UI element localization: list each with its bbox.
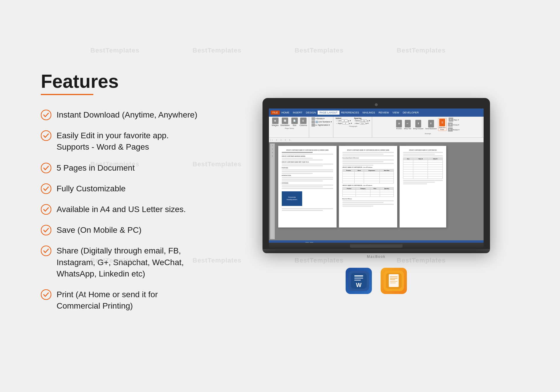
position-button[interactable]: ⊞ Position: [396, 120, 402, 130]
send-backward-button[interactable]: ⬇ Send Backward: [425, 120, 437, 130]
svg-text:W: W: [356, 282, 362, 288]
size-label: Size: [293, 124, 297, 126]
ribbon-tab-file[interactable]: FILE: [271, 111, 280, 115]
ribbon-tab-design[interactable]: DESIGN: [304, 111, 318, 115]
svg-rect-22: [390, 278, 398, 279]
feature-text-7: Share (Digitally through email, FB, Inst…: [57, 245, 184, 279]
check-icon-7: [41, 246, 51, 256]
ribbon-tab-references[interactable]: REFERENCES: [340, 111, 361, 115]
doc-page-2: SPECIFY CORPORATE NAME OF CORPORATION HE…: [339, 146, 397, 228]
orientation-button[interactable]: ⬜ Orientation: [280, 117, 290, 127]
feature-item-print: Print (At Home or send it for Commercial…: [41, 289, 204, 312]
orientation-label: Orientation: [280, 124, 290, 126]
svg-point-5: [41, 225, 51, 235]
columns-button[interactable]: ▥ Columns: [299, 117, 308, 127]
app-icons-row: W: [346, 268, 407, 294]
feature-text-8: Print (At Home or send it for Commercial…: [57, 289, 158, 312]
svg-point-4: [41, 204, 51, 214]
doc-page-3: SPECIFY CORPORATE NAME OF CORPORATION It…: [400, 146, 446, 228]
vert-ruler-4: 4: [272, 155, 273, 157]
wrap-text-label: Wrap Text: [404, 128, 411, 130]
wrap-text-button[interactable]: ↵ Wrap Text: [403, 120, 412, 130]
group-button[interactable]: ⊟ Group ▾: [447, 122, 460, 127]
feature-text-6: Save (On Mobile & PC): [57, 224, 141, 236]
position-icon: ⊞: [396, 120, 402, 127]
svg-point-3: [41, 184, 51, 194]
word-status-bar: PAGE 1 OF 5 1109 WORDS: [269, 240, 484, 243]
size-button[interactable]: 📄 Size: [291, 117, 298, 127]
align-icon: ≡: [449, 118, 453, 122]
ribbon-tab-mailings[interactable]: MAILINGS: [361, 111, 377, 115]
paragraph-label: Paragraph: [349, 125, 357, 127]
laptop-wrapper: FILE HOME INSERT DESIGN PAGE LAYOUT REFE…: [262, 98, 490, 259]
ribbon-tab-home[interactable]: HOME: [280, 111, 291, 115]
laptop-screen: FILE HOME INSERT DESIGN PAGE LAYOUT REFE…: [269, 108, 484, 243]
hyphenation-label: a‑ Hyphenation ▾: [316, 124, 330, 126]
check-icon-8: [41, 289, 51, 300]
blue-box: CorporateHeadquarters: [282, 191, 302, 206]
check-icon-1: [41, 110, 51, 120]
check-icon-2: [41, 130, 51, 141]
rotate-button[interactable]: ↻ Rotate ▾: [447, 127, 460, 132]
laptop-frame: FILE HOME INSERT DESIGN PAGE LAYOUT REFE…: [262, 98, 490, 249]
word-count-status: 1109 WORDS: [288, 242, 302, 243]
laptop-camera: [375, 103, 378, 106]
margins-icon: ▦: [272, 118, 279, 124]
page-count-status: PAGE 1 OF 5: [271, 242, 285, 243]
laptop-base: [269, 243, 484, 249]
watermark-4: BestTemplates: [397, 47, 446, 54]
bring-forward-icon: ⬆: [415, 120, 421, 127]
laptop-trackpad: [350, 244, 402, 248]
word-ribbon-tabs: FILE HOME INSERT DESIGN PAGE LAYOUT REFE…: [269, 108, 484, 117]
svg-rect-25: [390, 283, 396, 283]
selection-pane-button[interactable]: ☰ SelectionPane: [438, 118, 447, 131]
svg-rect-24: [390, 281, 398, 282]
svg-rect-15: [354, 278, 363, 279]
doc-table-2: ProductCategoryPriceQuantity: [342, 187, 394, 197]
watermark-3: BestTemplates: [295, 47, 344, 54]
ribbon-tab-developer[interactable]: DEVELOPER: [401, 111, 421, 115]
check-icon-5: [41, 204, 51, 215]
feature-text-3: 5 Pages in Document: [57, 162, 135, 174]
wrap-text-icon: ↵: [405, 120, 411, 127]
bring-forward-label: Bring Forward: [413, 128, 424, 130]
ribbon-tab-review[interactable]: REVIEW: [377, 111, 391, 115]
svg-rect-21: [390, 276, 398, 277]
vert-ruler-2: 2: [272, 148, 273, 150]
position-label: Position: [396, 128, 402, 130]
status-icon-1: [305, 242, 309, 243]
margins-button[interactable]: ▦ Margins: [271, 117, 279, 127]
feature-text-1: Instant Download (Anytime, Anywhere): [57, 109, 197, 120]
doc-table-3: ItemValue AValue B: [403, 158, 443, 179]
watermark-2: BestTemplates: [192, 47, 242, 54]
doc-table-1: PositionNameDepartmentStart Date: [342, 169, 394, 183]
check-icon-3: [41, 163, 51, 173]
document-area: 1 2 3 4 SPECIFY CORPORATE NAME OF CORPOR…: [269, 142, 484, 240]
orientation-icon: ⬜: [282, 118, 288, 124]
feature-text-5: Available in A4 and US Letter sizes.: [57, 204, 186, 215]
feature-item-save: Save (On Mobile & PC): [41, 224, 204, 236]
align-button[interactable]: ≡ Align ▾: [447, 117, 460, 122]
svg-point-1: [41, 131, 51, 141]
svg-point-7: [41, 290, 51, 300]
margins-label: Margins: [272, 124, 279, 126]
toolbar-group-breaks: ▾ Breaks ▾ 🔢 Line Numbers ▾ a‑ Hyphenati…: [310, 117, 333, 137]
selection-pane-icon: ☰: [439, 119, 445, 126]
feature-item-edit: Easily Edit in your favorite app. Suppor…: [41, 130, 204, 153]
check-icon-4: [41, 183, 51, 194]
ribbon-tab-page-layout[interactable]: PAGE LAYOUT: [318, 111, 339, 115]
group-icon: ⊟: [448, 123, 453, 127]
selection-pane-label: SelectionPane: [439, 127, 446, 130]
ribbon-tabs-container: FILE HOME INSERT DESIGN PAGE LAYOUT REFE…: [271, 111, 421, 115]
columns-icon: ▥: [300, 118, 307, 124]
watermark-1: BestTemplates: [90, 47, 139, 54]
ribbon-tab-view[interactable]: VIEW: [391, 111, 401, 115]
feature-item-customizable: Fully Customizable: [41, 183, 204, 194]
toolbar-group-indent-spacing: Indent ← Left: 0" ▲▼ → Right: 0": [335, 117, 372, 137]
bring-forward-button[interactable]: ⬆ Bring Forward: [413, 120, 424, 130]
ribbon-tab-insert[interactable]: INSERT: [291, 111, 304, 115]
macbook-label: MacBook: [262, 254, 490, 259]
svg-rect-14: [354, 275, 363, 276]
svg-point-0: [41, 110, 51, 120]
feature-text-2: Easily Edit in your favorite app. Suppor…: [57, 130, 169, 153]
